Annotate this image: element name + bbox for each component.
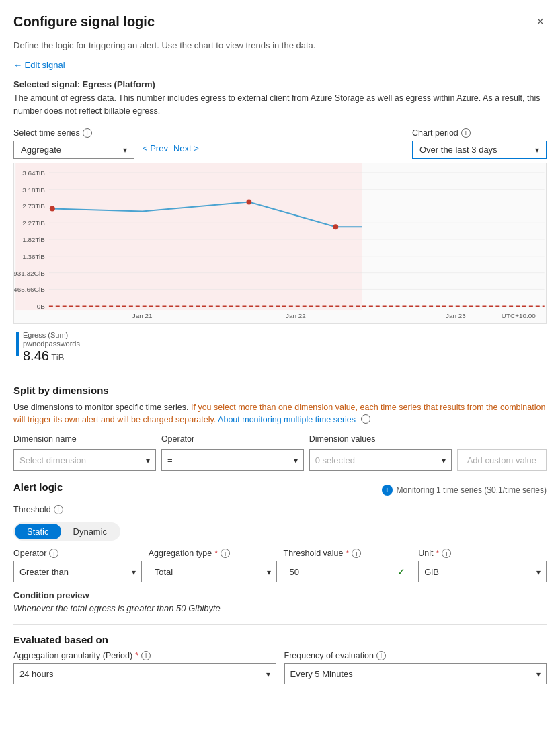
- svg-text:2.27TiB: 2.27TiB: [22, 219, 45, 227]
- prev-button[interactable]: < Prev: [143, 143, 168, 153]
- dynamic-toggle[interactable]: Dynamic: [61, 524, 120, 539]
- toggle-row: Static Dynamic: [13, 522, 547, 541]
- dim-name-placeholder: Select dimension: [19, 455, 86, 465]
- legend-color-bar: [16, 332, 19, 356]
- svg-point-22: [333, 224, 338, 229]
- agg-type-dropdown[interactable]: Total: [149, 561, 277, 582]
- dimension-values-dropdown[interactable]: 0 selected: [309, 449, 452, 471]
- alert-logic-title: Alert logic: [13, 481, 63, 493]
- agg-granularity-dropdown[interactable]: 24 hours: [13, 663, 276, 684]
- freq-eval-label: Frequency of evaluation i: [284, 651, 547, 660]
- svg-rect-0: [15, 163, 362, 310]
- split-dimensions-desc: Use dimensions to monitor specific time …: [13, 401, 547, 427]
- next-button[interactable]: Next >: [173, 143, 199, 153]
- operator-dropdown[interactable]: =: [161, 449, 304, 471]
- evaluated-form: Aggregation granularity (Period) * i 24 …: [13, 651, 547, 684]
- condition-preview-text: Whenever the total egress is greater tha…: [13, 603, 547, 613]
- threshold-label: Threshold i: [13, 505, 63, 514]
- threshold-value-info-icon: i: [352, 549, 361, 558]
- threshold-row: Threshold i: [13, 505, 547, 514]
- signal-name: Selected signal: Egress (Platform): [13, 79, 547, 89]
- unit-info-icon: i: [442, 549, 451, 558]
- agg-granularity-info-icon: i: [141, 651, 151, 660]
- dim-values-chevron: [442, 455, 446, 465]
- freq-eval-field: Frequency of evaluation i Every 5 Minute…: [284, 651, 547, 684]
- dimension-name-dropdown[interactable]: Select dimension: [13, 449, 156, 471]
- operator-form-info-icon: i: [49, 549, 58, 558]
- threshold-value-form-field: Threshold value * i 50 ✓: [284, 549, 412, 582]
- threshold-value-input[interactable]: 50 ✓: [284, 561, 412, 582]
- dimension-name-field: Dimension name Select dimension: [13, 434, 156, 471]
- subtitle: Define the logic for triggering an alert…: [13, 40, 547, 52]
- dim-name-label: Dimension name: [13, 434, 156, 444]
- time-series-label: Select time series: [13, 128, 80, 138]
- chart-period-label-row: Chart period i: [412, 128, 547, 138]
- unit-dropdown[interactable]: GiB: [418, 561, 547, 582]
- threshold-toggle-group: Static Dynamic: [13, 522, 120, 541]
- chart-period-dropdown[interactable]: Over the last 3 days: [412, 141, 547, 159]
- unit-label: Unit * i: [418, 549, 547, 558]
- operator-chevron: [294, 455, 298, 465]
- freq-eval-dropdown[interactable]: Every 5 Minutes: [284, 663, 547, 684]
- condition-preview-title: Condition preview: [13, 590, 547, 600]
- add-custom-button[interactable]: Add custom value: [457, 449, 547, 471]
- operator-value: =: [167, 455, 173, 465]
- svg-point-20: [50, 206, 55, 211]
- chart-svg: 3.64TiB 3.18TiB 2.73TiB 2.27TiB 1.82TiB …: [14, 163, 546, 323]
- chart-legend: Egress (Sum) pwnedpasswords 8.46 TiB: [13, 331, 547, 364]
- svg-text:Jan 21: Jan 21: [132, 312, 153, 319]
- operator-label: Operator: [161, 434, 304, 444]
- agg-type-label: Aggregation type * i: [149, 549, 277, 558]
- threshold-check-icon: ✓: [397, 566, 405, 577]
- agg-granularity-field: Aggregation granularity (Period) * i 24 …: [13, 651, 276, 684]
- time-series-info-icon: i: [83, 128, 92, 138]
- time-series-dropdown[interactable]: Aggregate: [13, 141, 134, 159]
- unit-form-field: Unit * i GiB: [418, 549, 547, 582]
- threshold-value-label: Threshold value * i: [284, 549, 412, 558]
- freq-eval-info-icon: i: [376, 651, 386, 660]
- agg-type-chevron: [267, 567, 271, 577]
- threshold-info-icon: i: [54, 505, 63, 514]
- monitoring-badge: i Monitoring 1 time series ($0.1/time se…: [382, 485, 547, 496]
- dimension-grid: Dimension name Select dimension Operator…: [13, 434, 547, 471]
- time-series-section: Select time series i Aggregate < Prev Ne…: [13, 128, 199, 159]
- freq-eval-chevron: [536, 669, 541, 679]
- dimension-values-field: Dimension values 0 selected: [309, 434, 452, 471]
- chart-period-label: Chart period: [412, 128, 458, 138]
- chart-period-section: Chart period i Over the last 3 days: [412, 128, 547, 159]
- time-series-label-row: Select time series i: [13, 128, 199, 138]
- operator-form-field: Operator i Greater than: [13, 549, 142, 582]
- legend-unit: TiB: [51, 352, 64, 362]
- agg-granularity-required: *: [135, 651, 138, 660]
- legend-label-2: pwnedpasswords: [23, 340, 80, 348]
- alert-logic-section: Alert logic i Monitoring 1 time series (…: [13, 481, 547, 613]
- chart-period-chevron: [535, 145, 539, 155]
- operator-form-dropdown[interactable]: Greater than: [13, 561, 142, 582]
- evaluated-section: Evaluated based on Aggregation granulari…: [13, 634, 547, 684]
- monitoring-text: Monitoring 1 time series ($0.1/time seri…: [397, 485, 547, 495]
- dim-name-chevron: [146, 455, 150, 465]
- agg-type-info-icon: i: [221, 549, 230, 558]
- svg-text:Jan 23: Jan 23: [446, 312, 466, 319]
- svg-text:UTC+10:00: UTC+10:00: [502, 312, 536, 319]
- edit-signal-link[interactable]: ← Edit signal: [13, 60, 65, 70]
- nav-buttons: < Prev Next >: [143, 143, 199, 156]
- agg-granularity-chevron: [266, 669, 270, 679]
- about-monitoring-link[interactable]: About monitoring multiple time series: [218, 415, 356, 424]
- panel-title: Configure signal logic: [13, 14, 155, 30]
- condition-preview: Condition preview Whenever the total egr…: [13, 590, 547, 613]
- dim-values-placeholder: 0 selected: [315, 455, 355, 465]
- threshold-required: *: [346, 549, 349, 558]
- monitoring-info-icon: i: [382, 485, 393, 496]
- svg-text:3.64TiB: 3.64TiB: [22, 169, 45, 177]
- svg-text:0B: 0B: [37, 303, 46, 310]
- static-toggle[interactable]: Static: [15, 524, 61, 539]
- unit-required: *: [436, 549, 439, 558]
- svg-text:465.66GiB: 465.66GiB: [14, 286, 45, 293]
- operator-field: Operator =: [161, 434, 304, 471]
- agg-granularity-label: Aggregation granularity (Period) * i: [13, 651, 276, 660]
- close-button[interactable]: ×: [534, 12, 547, 32]
- alert-logic-header: Alert logic i Monitoring 1 time series (…: [13, 481, 547, 498]
- configure-signal-panel: Configure signal logic × Define the logi…: [0, 0, 560, 706]
- panel-header: Configure signal logic ×: [0, 0, 560, 40]
